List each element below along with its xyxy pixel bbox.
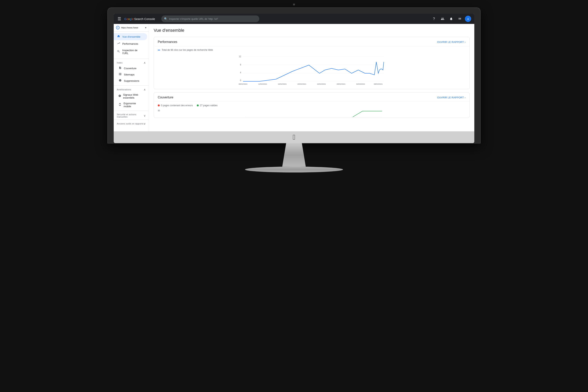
search-input[interactable]: Inspecter n'importe quelle URL de 'http:… bbox=[169, 18, 218, 20]
sitemaps-icon bbox=[118, 73, 122, 76]
section-title-index: Index bbox=[117, 62, 122, 64]
suppressions-icon bbox=[118, 79, 122, 82]
sidebar-item-sitemaps[interactable]: Sitemaps bbox=[117, 71, 144, 78]
section-title-securite: Sécurité et actions manuelles bbox=[117, 113, 144, 118]
section-header-index[interactable]: Index ∧ bbox=[117, 61, 146, 64]
accounts-icon[interactable] bbox=[439, 15, 446, 22]
sidebar-label-signaux: Signaux Web essentiels bbox=[123, 93, 142, 99]
sidebar-item-url-inspection[interactable]: Inspection de l'URL bbox=[114, 47, 147, 56]
svg-text:04/03/2021: 04/03/2021 bbox=[356, 83, 365, 85]
app-title: Search Console bbox=[134, 17, 155, 20]
apple-logo:  bbox=[293, 133, 295, 141]
section-header-securite[interactable]: Sécurité et actions manuelles ∨ bbox=[117, 113, 146, 118]
performances-card-title: Performances bbox=[158, 40, 178, 44]
performances-card-header: Performances OUVRIR LE RAPPORT › bbox=[154, 37, 470, 46]
search-bar[interactable]: 🔍 Inspecter n'importe quelle URL de 'htt… bbox=[161, 16, 259, 22]
property-url: https://www.//wwe bbox=[121, 26, 144, 29]
sidebar-item-overview[interactable]: Vue d'ensemble bbox=[114, 33, 147, 40]
couverture-errors-legend: 0 pages contenant des erreurs bbox=[158, 104, 193, 107]
section-header-ameliorations[interactable]: Améliorations ∧ bbox=[117, 88, 146, 91]
performances-chart: 12 8 4 0 bbox=[158, 54, 466, 85]
home-icon bbox=[117, 35, 120, 38]
performances-card: Performances OUVRIR LE RAPPORT › bbox=[154, 37, 470, 89]
svg-text:4: 4 bbox=[240, 72, 241, 74]
sidebar-section-index: Index ∧ Couverture bbox=[114, 60, 149, 85]
user-avatar[interactable]: a bbox=[465, 16, 471, 22]
page-title: Vue d'ensemble bbox=[154, 28, 470, 33]
couverture-card: Couverture OUVRIR LE RAPPORT › bbox=[154, 92, 470, 118]
sidebar-label-suppressions: Suppressions bbox=[124, 80, 139, 82]
svg-text:0: 0 bbox=[240, 80, 241, 82]
section-title-ameliorations: Améliorations bbox=[117, 88, 131, 91]
main-content: Vue d'ensemble Performances OUVRIR LE RA… bbox=[149, 24, 474, 131]
cov-green-dot bbox=[197, 104, 199, 106]
couverture-errors-text: 0 pages contenant des erreurs bbox=[161, 104, 193, 107]
search-icon: 🔍 bbox=[164, 17, 168, 20]
app-logo: Google Search Console bbox=[124, 17, 155, 20]
imac-stand-base bbox=[245, 166, 343, 172]
svg-text:24/02/2021: 24/02/2021 bbox=[317, 83, 326, 85]
sidebar-section-securite: Sécurité et actions manuelles ∨ bbox=[114, 112, 149, 119]
cov-red-dot bbox=[158, 104, 160, 106]
sidebar-label-overview: Vue d'ensemble bbox=[122, 35, 140, 38]
sidebar-nav: Vue d'ensemble Performances bbox=[114, 32, 149, 58]
sidebar: C https://www.//wwe ▾ Vue d' bbox=[114, 24, 149, 131]
section-items-ameliorations: Signaux Web essentiels Ergonomie mobile bbox=[117, 91, 146, 109]
couverture-y-label: 30 bbox=[158, 110, 160, 112]
performances-open-report-button[interactable]: OUVRIR LE RAPPORT › bbox=[437, 40, 466, 44]
section-chevron-ameliorations-icon: ∧ bbox=[144, 88, 146, 91]
sidebar-item-performances[interactable]: Performances bbox=[114, 40, 147, 47]
performances-legend-text: Total de 96 clics sur les pages de reche… bbox=[162, 48, 213, 51]
sidebar-item-ergonomie[interactable]: Ergonomie mobile bbox=[117, 100, 144, 109]
topbar: ☰ Google Search Console 🔍 Inspecter n'im… bbox=[114, 14, 474, 24]
couverture-open-report-button[interactable]: OUVRIR LE RAPPORT › bbox=[437, 96, 466, 99]
sidebar-item-signaux[interactable]: Signaux Web essentiels bbox=[117, 92, 144, 100]
svg-text:20/02/2021: 20/02/2021 bbox=[297, 83, 306, 85]
sidebar-label-url-inspection: Inspection de l'URL bbox=[122, 49, 144, 55]
svg-text:08/03/2021: 08/03/2021 bbox=[374, 83, 382, 85]
property-selector[interactable]: C https://www.//wwe ▾ bbox=[114, 24, 149, 32]
section-chevron-securite-icon: ∨ bbox=[144, 114, 146, 117]
couverture-chart bbox=[162, 109, 466, 118]
sidebar-label-ergonomie: Ergonomie mobile bbox=[124, 102, 142, 108]
performances-card-body: Total de 96 clics sur les pages de reche… bbox=[154, 46, 470, 89]
svg-text:08/02/2021: 08/02/2021 bbox=[238, 83, 247, 85]
legend-blue-dot bbox=[158, 50, 160, 50]
property-chevron-icon: ▾ bbox=[145, 26, 146, 29]
couverture-chart-partial: 30 bbox=[158, 109, 466, 118]
menu-icon[interactable]: ☰ bbox=[117, 16, 122, 22]
couverture-card-body: 0 pages contenant des erreurs 27 pages v… bbox=[154, 102, 470, 118]
sidebar-section-anciens: Anciens outils et rapports ∨ bbox=[114, 120, 149, 126]
property-icon: C bbox=[116, 26, 120, 30]
section-header-anciens[interactable]: Anciens outils et rapports ∨ bbox=[117, 122, 146, 125]
section-title-anciens: Anciens outils et rapports bbox=[117, 122, 144, 125]
sidebar-label-couverture: Couverture bbox=[124, 67, 136, 70]
section-chevron-anciens-icon: ∨ bbox=[144, 122, 146, 125]
sidebar-section-ameliorations: Améliorations ∧ Signaux Web essentiels bbox=[114, 86, 149, 110]
svg-text:28/02/2021: 28/02/2021 bbox=[336, 83, 345, 85]
section-items-index: Couverture Sitemaps bbox=[117, 64, 146, 84]
svg-text:12: 12 bbox=[239, 56, 241, 58]
sidebar-item-couverture[interactable]: Couverture bbox=[117, 65, 144, 71]
ergonomie-icon bbox=[118, 103, 122, 106]
sidebar-item-suppressions[interactable]: Suppressions bbox=[117, 78, 144, 84]
couverture-legend: 0 pages contenant des erreurs 27 pages v… bbox=[158, 104, 466, 107]
couverture-valid-text: 27 pages valides bbox=[200, 104, 218, 107]
imac-stand-neck bbox=[274, 143, 314, 166]
svg-text:16/02/2021: 16/02/2021 bbox=[278, 83, 286, 85]
couverture-valid-legend: 27 pages valides bbox=[197, 104, 218, 107]
svg-text:8: 8 bbox=[240, 64, 241, 66]
trending-icon bbox=[117, 42, 120, 46]
apps-icon[interactable] bbox=[456, 15, 463, 22]
search-sidebar-icon bbox=[117, 50, 120, 54]
svg-text:12/02/2021: 12/02/2021 bbox=[258, 83, 267, 85]
sidebar-label-sitemaps: Sitemaps bbox=[124, 73, 134, 76]
notifications-icon[interactable] bbox=[448, 15, 455, 22]
signaux-icon bbox=[118, 94, 121, 98]
help-button[interactable]: ? bbox=[430, 15, 438, 22]
couverture-card-header: Couverture OUVRIR LE RAPPORT › bbox=[154, 92, 470, 102]
section-chevron-index-icon: ∧ bbox=[144, 61, 146, 64]
topbar-actions: ? a bbox=[430, 15, 471, 22]
sidebar-label-performances: Performances bbox=[122, 42, 138, 45]
couverture-card-title: Couverture bbox=[158, 96, 173, 99]
